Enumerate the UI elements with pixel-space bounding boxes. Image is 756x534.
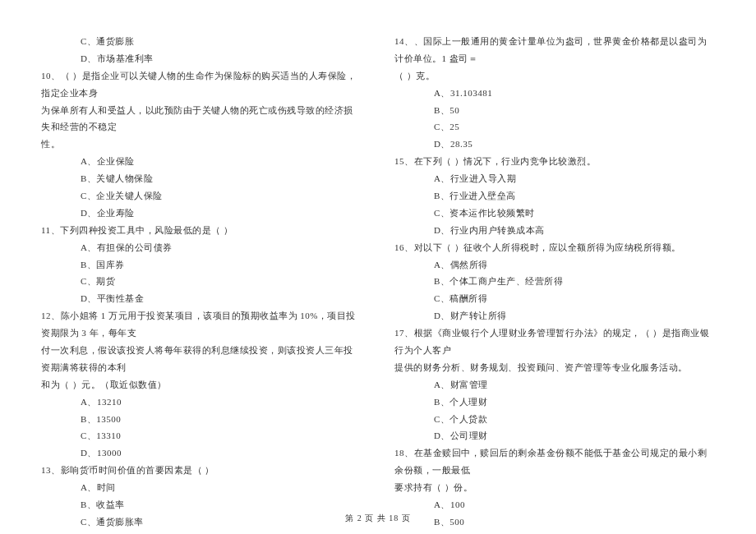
q16-text: 16、对以下（ ）征收个人所得税时，应以全额所得为应纳税所得额。 bbox=[394, 239, 715, 256]
q15-option-a: A、行业进入导入期 bbox=[394, 170, 715, 187]
q17-cont1: 提供的财务分析、财务规划、投资顾问、资产管理等专业化服务活动。 bbox=[394, 359, 715, 376]
q15-option-d: D、行业内用户转换成本高 bbox=[394, 222, 715, 239]
q13-option-d: D、单利与复利 bbox=[41, 531, 362, 534]
q15-option-c: C、资本运作比较频繁时 bbox=[394, 205, 715, 222]
q15-option-b: B、行业进入壁垒高 bbox=[394, 187, 715, 205]
q11-option-a: A、有担保的公司债券 bbox=[41, 239, 362, 256]
q13-option-b: B、收益率 bbox=[41, 496, 362, 513]
q11-text: 11、下列四种投资工具中，风险最低的是（ ） bbox=[41, 222, 362, 239]
q10-option-c: C、企业关键人保险 bbox=[41, 187, 362, 205]
q17-option-a: A、财富管理 bbox=[394, 376, 715, 394]
q14-option-b: B、50 bbox=[394, 102, 715, 119]
q14-option-c: C、25 bbox=[394, 118, 715, 136]
q12-option-d: D、13000 bbox=[41, 444, 362, 462]
q13-option-a: A、时间 bbox=[41, 479, 362, 496]
q16-option-b: B、个体工商户生产、经营所得 bbox=[394, 273, 715, 290]
q16-option-d: D、财产转让所得 bbox=[394, 307, 715, 325]
q10-option-d: D、企业寿险 bbox=[41, 205, 362, 222]
q13-text: 13、影响货币时间价值的首要因素是（ ） bbox=[41, 462, 362, 479]
q12-cont2: 和为（ ）元。（取近似数值） bbox=[41, 376, 362, 394]
q12-option-b: B、13500 bbox=[41, 411, 362, 428]
q15-text: 15、在下列（ ）情况下，行业内竞争比较激烈。 bbox=[394, 153, 715, 170]
q17-text: 17、根据《商业银行个人理财业务管理暂行办法》的规定，（ ）是指商业银行为个人客… bbox=[394, 325, 715, 359]
q12-text: 12、陈小姐将 1 万元用于投资某项目，该项目的预期收益率为 10%，项目投资期… bbox=[41, 307, 362, 342]
q11-option-b: B、国库券 bbox=[41, 256, 362, 274]
q17-option-c: C、个人贷款 bbox=[394, 411, 715, 428]
q10-cont2: 性。 bbox=[41, 136, 362, 153]
q11-option-c: C、期货 bbox=[41, 273, 362, 290]
q17-option-d: D、公司理财 bbox=[394, 427, 715, 444]
q9-option-d: D、市场基准利率 bbox=[41, 50, 362, 67]
q10-text: 10、（ ）是指企业可以关键人物的生命作为保险标的购买适当的人寿保险，指定企业本… bbox=[41, 67, 362, 102]
q18-text: 18、在基金赎回中，赎回后的剩余基金份额不能低于基金公司规定的最小剩余份额，一般… bbox=[394, 444, 715, 479]
q12-cont1: 付一次利息，假设该投资人将每年获得的利息继续投资，则该投资人三年投资期满将获得的… bbox=[41, 342, 362, 376]
q14-option-d: D、28.35 bbox=[394, 136, 715, 153]
document-page: C、通货膨胀 D、市场基准利率 10、（ ）是指企业可以关键人物的生命作为保险标… bbox=[0, 0, 756, 534]
q16-option-a: A、偶然所得 bbox=[394, 256, 715, 274]
q11-option-d: D、平衡性基金 bbox=[41, 290, 362, 307]
q14-text: 14、、国际上一般通用的黄金计量单位为盎司，世界黄金价格都是以盎司为计价单位。1… bbox=[394, 33, 715, 67]
q10-cont1: 为保单所有人和受益人，以此预防由于关键人物的死亡或伤残导致的经济损失和经营的不稳… bbox=[41, 102, 362, 136]
q10-option-b: B、关键人物保险 bbox=[41, 170, 362, 187]
q14-option-a: A、31.103481 bbox=[394, 85, 715, 102]
q18-cont1: 要求持有（ ）份。 bbox=[394, 479, 715, 496]
q9-option-c: C、通货膨胀 bbox=[41, 33, 362, 50]
q12-option-a: A、13210 bbox=[41, 394, 362, 411]
q18-option-a: A、100 bbox=[394, 496, 715, 513]
q16-option-c: C、稿酬所得 bbox=[394, 290, 715, 307]
page-footer: 第 2 页 共 18 页 bbox=[0, 513, 756, 524]
q10-option-a: A、企业保险 bbox=[41, 153, 362, 170]
right-column: 14、、国际上一般通用的黄金计量单位为盎司，世界黄金价格都是以盎司为计价单位。1… bbox=[386, 33, 715, 509]
q17-option-b: B、个人理财 bbox=[394, 394, 715, 411]
left-column: C、通货膨胀 D、市场基准利率 10、（ ）是指企业可以关键人物的生命作为保险标… bbox=[41, 33, 386, 509]
q12-option-c: C、13310 bbox=[41, 427, 362, 444]
q14-cont1: （ ）克。 bbox=[394, 67, 715, 85]
